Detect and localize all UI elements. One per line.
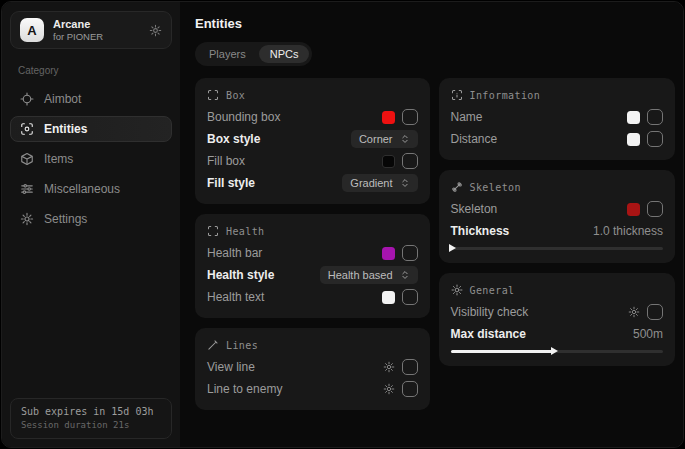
app-logo: A [20, 18, 44, 42]
selected-value: Corner [359, 133, 393, 145]
slider-fill [451, 350, 553, 353]
visibility-check-checkbox[interactable] [647, 304, 663, 320]
fill-style-row: Fill style Gradient [207, 172, 418, 194]
name-checkbox[interactable] [647, 109, 663, 125]
fill-box-checkbox[interactable] [402, 153, 418, 169]
row-label: Line to enemy [207, 382, 282, 396]
sidebar-item-label: Aimbot [44, 92, 81, 106]
sliders-icon [20, 182, 34, 196]
gear-icon[interactable] [628, 306, 640, 318]
gear-icon[interactable] [149, 24, 162, 37]
tab-players[interactable]: Players [198, 45, 257, 63]
app-window: A Arcane for PIONER Category Aimbot [1, 1, 684, 448]
row-label: Box style [207, 132, 260, 146]
chevrons-up-down-icon [400, 134, 410, 144]
sun-icon [451, 284, 463, 296]
gear-icon[interactable] [383, 383, 395, 395]
row-label: Bounding box [207, 110, 280, 124]
main-content: Entities Players NPCs Box Bounding box [180, 2, 683, 447]
app-subtitle: for PIONER [53, 31, 103, 43]
sidebar: A Arcane for PIONER Category Aimbot [2, 2, 181, 447]
slider-thumb[interactable] [551, 347, 558, 355]
color-swatch[interactable] [382, 247, 395, 260]
box-select-icon [207, 89, 219, 101]
sidebar-item-miscellaneous[interactable]: Miscellaneous [10, 176, 172, 202]
pencil-line-icon [207, 339, 219, 351]
general-card: General Visibility check Max distance [439, 273, 675, 366]
row-label: Name [451, 110, 483, 124]
sidebar-item-entities[interactable]: Entities [10, 116, 172, 142]
skeleton-checkbox[interactable] [647, 201, 663, 217]
max-distance-slider[interactable] [451, 346, 663, 356]
row-label: Fill box [207, 154, 245, 168]
health-text-row: Health text [207, 286, 418, 308]
fill-box-row: Fill box [207, 150, 418, 172]
chevrons-up-down-icon [400, 178, 410, 188]
slider-thumb[interactable] [449, 244, 456, 252]
box-card: Box Bounding box Box style Corner [195, 78, 430, 204]
view-line-checkbox[interactable] [402, 359, 418, 375]
color-swatch[interactable] [382, 111, 395, 124]
card-title: Health [226, 226, 265, 237]
card-title: Skeleton [470, 182, 521, 193]
color-swatch[interactable] [627, 133, 640, 146]
sidebar-item-label: Items [44, 152, 73, 166]
distance-checkbox[interactable] [647, 131, 663, 147]
bone-icon [451, 181, 463, 193]
box-style-select[interactable]: Corner [351, 130, 418, 148]
box-select-icon [207, 225, 219, 237]
sidebar-item-label: Settings [44, 212, 87, 226]
row-label: Thickness [451, 224, 510, 238]
package-icon [20, 152, 34, 166]
slider-track [451, 247, 663, 250]
box-style-row: Box style Corner [207, 128, 418, 150]
visibility-check-row: Visibility check [451, 301, 663, 323]
line-to-enemy-row: Line to enemy [207, 378, 418, 400]
crosshair-icon [20, 92, 34, 106]
selected-value: Gradient [350, 177, 392, 189]
max-distance-row: Max distance 500m [451, 323, 663, 345]
sub-expires-text: Sub expires in 15d 03h [21, 406, 161, 417]
max-distance-value: 500m [633, 327, 663, 341]
row-label: Health bar [207, 246, 262, 260]
health-text-checkbox[interactable] [402, 289, 418, 305]
line-to-enemy-checkbox[interactable] [402, 381, 418, 397]
row-label: Skeleton [451, 202, 498, 216]
name-row: Name [451, 106, 663, 128]
information-card: Information Name Distance [439, 78, 675, 160]
health-bar-row: Health bar [207, 242, 418, 264]
tab-bar: Players NPCs [195, 42, 312, 66]
health-card: Health Health bar Health style Health ba… [195, 214, 430, 318]
row-label: Health text [207, 290, 264, 304]
sidebar-item-label: Miscellaneous [44, 182, 120, 196]
sidebar-nav: Aimbot Entities Items Miscellaneous [2, 84, 180, 234]
sidebar-item-aimbot[interactable]: Aimbot [10, 86, 172, 112]
color-swatch[interactable] [627, 203, 640, 216]
row-label: Distance [451, 132, 498, 146]
tab-npcs[interactable]: NPCs [259, 45, 310, 63]
row-label: View line [207, 360, 255, 374]
view-line-row: View line [207, 356, 418, 378]
sidebar-item-settings[interactable]: Settings [10, 206, 172, 232]
health-bar-checkbox[interactable] [402, 245, 418, 261]
fill-style-select[interactable]: Gradient [342, 174, 417, 192]
card-title: Information [470, 90, 541, 101]
selected-value: Health based [328, 269, 393, 281]
color-swatch[interactable] [382, 291, 395, 304]
row-label: Visibility check [451, 305, 529, 319]
bounding-box-checkbox[interactable] [402, 109, 418, 125]
gear-icon [20, 212, 34, 226]
skeleton-card: Skeleton Skeleton Thickness 1.0 thicknes… [439, 170, 675, 263]
health-style-select[interactable]: Health based [320, 266, 418, 284]
sidebar-item-items[interactable]: Items [10, 146, 172, 172]
page-title: Entities [195, 16, 675, 31]
row-label: Fill style [207, 176, 255, 190]
thickness-slider[interactable] [451, 243, 663, 253]
scan-info-icon [451, 89, 463, 101]
gear-icon[interactable] [383, 361, 395, 373]
color-swatch[interactable] [627, 111, 640, 124]
entities-icon [20, 122, 34, 136]
color-swatch[interactable] [382, 155, 395, 168]
thickness-value: 1.0 thickness [593, 224, 663, 238]
row-label: Health style [207, 268, 274, 282]
